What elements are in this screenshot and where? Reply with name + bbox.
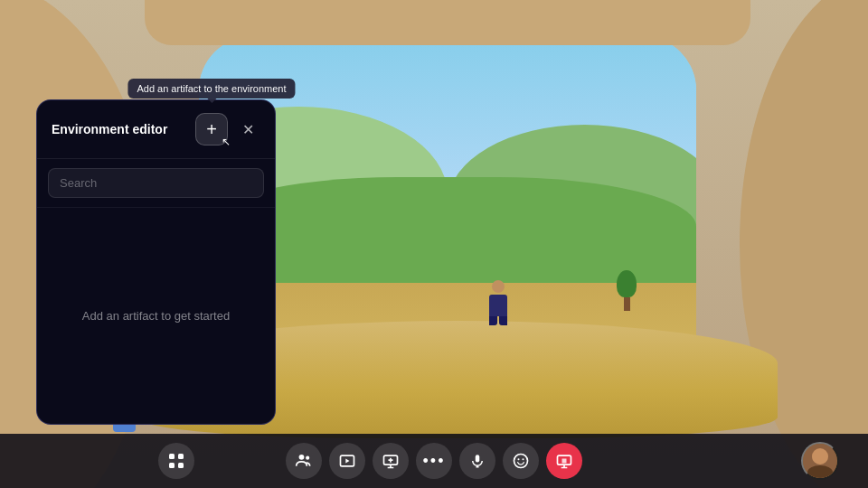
svg-rect-0 (169, 454, 175, 459)
svg-point-11 (523, 458, 524, 460)
microphone-icon (469, 452, 486, 470)
emoji-icon (512, 452, 530, 470)
header-controls: Add an artifact to the environment + ↖ ✕ (195, 113, 260, 145)
empty-state-text: Add an artifact to get started (82, 309, 230, 323)
plus-icon: + (206, 120, 217, 138)
center-controls: ••• (286, 443, 582, 479)
panel-title: Environment editor (52, 122, 167, 136)
share-screen-icon (382, 452, 400, 470)
svg-rect-3 (178, 463, 184, 468)
user-avatar-button[interactable] (801, 442, 839, 480)
apps-grid-icon (167, 452, 185, 470)
tree-right (617, 270, 637, 311)
svg-rect-8 (476, 455, 480, 462)
avatar-image (803, 442, 837, 480)
panel-header: Environment editor Add an artifact to th… (37, 100, 275, 159)
apps-button[interactable] (158, 443, 194, 479)
active-share-button[interactable] (546, 443, 582, 479)
top-arch (145, 0, 750, 45)
bottom-bar: ••• (0, 434, 868, 488)
svg-rect-1 (178, 454, 184, 459)
share-active-icon (555, 452, 573, 470)
media-button[interactable] (329, 443, 365, 479)
more-options-button[interactable]: ••• (416, 443, 452, 479)
search-container (37, 159, 275, 208)
environment-editor-panel: Environment editor Add an artifact to th… (36, 99, 276, 425)
search-input[interactable] (48, 168, 264, 198)
close-panel-button[interactable]: ✕ (235, 117, 260, 142)
add-artifact-button[interactable]: + ↖ (195, 113, 228, 145)
cursor-icon: ↖ (222, 136, 231, 148)
svg-point-5 (306, 456, 309, 460)
microphone-button[interactable] (459, 443, 495, 479)
avatar-in-scene (489, 280, 507, 325)
svg-rect-2 (169, 463, 175, 468)
media-icon (338, 452, 356, 470)
svg-point-10 (518, 458, 520, 460)
svg-point-4 (299, 455, 305, 460)
emoji-button[interactable] (503, 443, 539, 479)
svg-point-9 (514, 455, 528, 468)
add-button-container: Add an artifact to the environment + ↖ (195, 113, 228, 145)
people-icon (295, 452, 313, 470)
people-button[interactable] (286, 443, 322, 479)
close-icon: ✕ (242, 121, 254, 138)
empty-state: Add an artifact to get started (37, 208, 275, 424)
more-dots-icon: ••• (423, 453, 446, 469)
share-screen-button[interactable] (373, 443, 409, 479)
